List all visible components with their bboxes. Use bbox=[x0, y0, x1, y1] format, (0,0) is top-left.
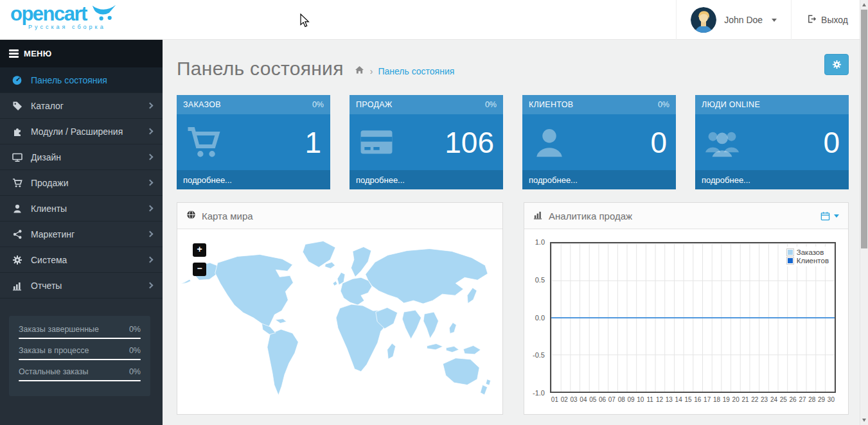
logout-label: Выход bbox=[821, 15, 848, 25]
y-tick-label: 0.0 bbox=[535, 314, 545, 322]
x-tick-label: 07 bbox=[607, 396, 617, 403]
stat-value: 0% bbox=[129, 325, 141, 334]
tile-title: КЛИЕНТОВ bbox=[529, 100, 573, 109]
stat-label: Остальные заказы bbox=[19, 367, 89, 376]
gear-icon bbox=[12, 254, 22, 265]
puzzle-icon bbox=[12, 126, 22, 137]
legend-swatch-customers bbox=[786, 257, 794, 265]
tile-details-link[interactable]: подробнее... bbox=[356, 175, 405, 185]
bar-chart-icon bbox=[533, 210, 543, 222]
menu-toggle[interactable]: МЕНЮ bbox=[0, 40, 163, 67]
dashboard-icon bbox=[12, 74, 22, 85]
sales-analytics-panel: Аналитика продаж 1.00.50.0-0.5-1.0 Зака bbox=[524, 202, 849, 415]
sidebar-item-system[interactable]: Система bbox=[0, 247, 163, 273]
sidebar-item-label: Дизайн bbox=[31, 152, 139, 162]
sidebar-item-reports[interactable]: Отчеты bbox=[0, 273, 163, 299]
tile-percent: 0% bbox=[485, 100, 497, 109]
cart-icon bbox=[186, 125, 222, 160]
date-range-button[interactable] bbox=[820, 211, 839, 221]
sidebar-item-label: Отчеты bbox=[31, 281, 139, 291]
scrollbar-thumb[interactable] bbox=[861, 10, 867, 248]
x-tick-label: 17 bbox=[702, 396, 712, 403]
tile-percent: 0% bbox=[658, 100, 669, 109]
tile-value: 0 bbox=[650, 125, 667, 160]
tile-value: 1 bbox=[305, 125, 321, 160]
hamburger-icon bbox=[9, 49, 19, 58]
sidebar-item-design[interactable]: Дизайн bbox=[0, 144, 163, 170]
legend-swatch-orders bbox=[786, 248, 794, 256]
tile-title: ЛЮДИ ONLINE bbox=[702, 100, 760, 109]
credit-card-icon bbox=[359, 125, 394, 160]
logout-button[interactable]: Выход bbox=[792, 0, 860, 40]
legend-item-customers: Клиентов bbox=[786, 257, 829, 265]
x-tick-label: 06 bbox=[598, 396, 607, 403]
scrollbar-down-arrow[interactable] bbox=[862, 419, 866, 422]
tile-people-online: ЛЮДИ ONLINE 0 подробнее... bbox=[695, 95, 849, 189]
tile-title: ПРОДАЖ bbox=[356, 100, 393, 109]
page-title: Панель состояния bbox=[177, 58, 344, 80]
sidebar-item-label: Продажи bbox=[31, 178, 139, 188]
x-tick-label: 16 bbox=[693, 396, 702, 403]
x-tick-label: 04 bbox=[578, 396, 588, 403]
x-tick-label: 14 bbox=[674, 396, 684, 403]
tile-details-link[interactable]: подробнее... bbox=[702, 175, 750, 185]
tile-details-link[interactable]: подробнее... bbox=[183, 175, 232, 185]
chevron-right-icon bbox=[147, 231, 154, 238]
tile-title: ЗАКАЗОВ bbox=[183, 100, 221, 109]
x-tick-label: 15 bbox=[684, 396, 693, 403]
sidebar-item-catalog[interactable]: Каталог bbox=[0, 93, 163, 119]
map-zoom-out-button[interactable]: − bbox=[193, 263, 206, 276]
stat-value: 0% bbox=[129, 346, 141, 355]
page-header: Панель состояния › Панель состояния bbox=[177, 53, 849, 85]
opencart-admin-dashboard: opencart Русская сборка bbox=[0, 0, 868, 425]
stat-label: Заказы в процессе bbox=[19, 346, 89, 355]
chart-plot-area[interactable]: Заказов Клиентов bbox=[550, 242, 836, 393]
x-tick-label: 24 bbox=[769, 396, 779, 403]
tile-details-link[interactable]: подробнее... bbox=[529, 175, 578, 185]
sidebar-item-label: Клиенты bbox=[31, 204, 139, 214]
share-icon bbox=[12, 229, 22, 239]
panel-title: Аналитика продаж bbox=[549, 211, 632, 221]
sidebar-item-dashboard[interactable]: Панель состояния bbox=[0, 67, 163, 93]
x-tick-label: 02 bbox=[560, 396, 569, 403]
tile-value: 106 bbox=[445, 125, 494, 160]
progress-bar bbox=[19, 359, 141, 360]
globe-icon bbox=[186, 210, 196, 222]
chart-legend: Заказов Клиентов bbox=[784, 247, 831, 266]
breadcrumb: › Панель состояния bbox=[354, 65, 455, 78]
chevron-right-icon bbox=[147, 257, 154, 263]
chevron-right-icon bbox=[147, 103, 154, 109]
map-zoom-in-button[interactable]: + bbox=[193, 243, 206, 257]
world-map-svg bbox=[180, 232, 500, 412]
sidebar-item-modules[interactable]: Модули / Расширения bbox=[0, 119, 163, 144]
settings-button[interactable] bbox=[824, 54, 849, 75]
home-icon[interactable] bbox=[354, 65, 365, 78]
progress-bar bbox=[19, 380, 141, 381]
logo-text: opencart bbox=[10, 4, 87, 24]
top-header: opencart Русская сборка bbox=[0, 0, 868, 40]
tile-percent: 0% bbox=[312, 100, 324, 109]
x-tick-label: 23 bbox=[759, 396, 769, 403]
y-tick-label: -0.5 bbox=[533, 351, 545, 359]
tag-icon bbox=[12, 100, 22, 111]
sidebar-item-sales[interactable]: Продажи bbox=[0, 170, 163, 196]
stat-label: Заказы завершенные bbox=[19, 325, 99, 334]
legend-label: Заказов bbox=[797, 248, 824, 256]
world-map[interactable]: + − bbox=[177, 229, 502, 414]
header-user-area: John Doe Выход bbox=[676, 0, 860, 40]
x-tick-label: 03 bbox=[569, 396, 579, 403]
legend-label: Клиентов bbox=[797, 257, 829, 265]
sidebar-item-marketing[interactable]: Маркетинг bbox=[0, 221, 163, 247]
x-tick-label: 18 bbox=[712, 396, 722, 403]
user-menu[interactable]: John Doe bbox=[676, 0, 792, 40]
breadcrumb-link-dashboard[interactable]: Панель состояния bbox=[378, 66, 454, 76]
sidebar-nav: Панель состояния Каталог Модули / Расшир… bbox=[0, 67, 163, 299]
sidebar-item-customers[interactable]: Клиенты bbox=[0, 196, 163, 221]
legend-item-orders: Заказов bbox=[786, 248, 829, 256]
opencart-logo[interactable]: opencart Русская сборка bbox=[10, 4, 139, 30]
x-tick-label: 20 bbox=[731, 396, 741, 403]
scrollbar-up-arrow[interactable] bbox=[862, 3, 866, 6]
page-scrollbar[interactable] bbox=[860, 0, 868, 425]
chevron-down-icon bbox=[772, 19, 777, 22]
chevron-down-icon bbox=[834, 214, 839, 218]
